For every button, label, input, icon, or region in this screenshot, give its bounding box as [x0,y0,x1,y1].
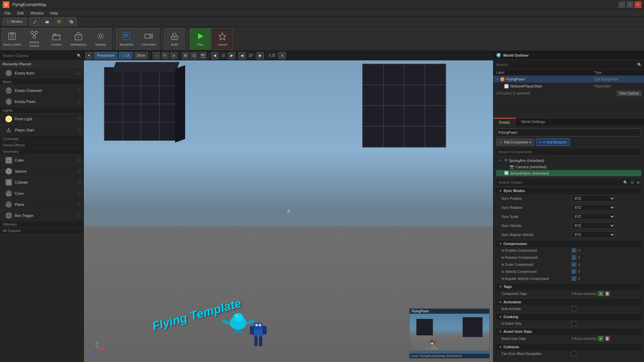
grid-increase-icon[interactable]: ▶ [228,52,235,59]
left-item-player-start[interactable]: Player Start ⓘ [0,125,84,136]
auto-activate-checkbox[interactable] [572,306,576,311]
angle-increase-icon[interactable]: ▶ [257,52,264,59]
tab-details[interactable]: Details [493,118,516,126]
left-item-cylinder[interactable]: Cylinder ⓘ [0,177,84,188]
details-grid-toggle[interactable]: ⊞ [635,180,641,185]
vp-world-icon[interactable]: ⊞ [182,52,189,59]
compression-header[interactable]: ▼ Compression [496,240,641,247]
search-classes-input[interactable] [0,51,75,60]
close-button[interactable]: ✕ [635,1,641,8]
vp-surface-icon[interactable]: ⊡ [191,52,198,59]
component-tags-add[interactable]: ＋ [598,291,603,296]
box-trigger-info[interactable]: ⓘ [77,213,81,218]
search-outliner-icon[interactable]: 🔍 [635,63,644,67]
search-outliner-input[interactable] [493,60,635,69]
cinematics-button[interactable]: Cinematics [138,28,159,50]
asset-user-data-add[interactable]: ＋ [598,336,603,341]
left-item-empty-actor[interactable]: Empty Actor ⓘ [0,68,84,79]
vp-rotate-icon[interactable]: ↻ [161,52,169,59]
search-components-input[interactable] [496,148,641,156]
left-item-empty-pawn[interactable]: Empty Pawn ⓘ [0,96,84,107]
rotation-compressed-checkbox[interactable] [572,255,576,260]
settings-button[interactable]: Settings [90,28,111,50]
section-all-classes[interactable]: All Classes [0,228,84,234]
sync-position-select[interactable]: XYZ [572,195,615,202]
vp-move-icon[interactable]: ↔ [153,52,160,59]
perspective-button[interactable]: Perspective [94,52,117,59]
scale-compressed-reset[interactable]: ↺ [578,263,580,266]
section-visual-effects[interactable]: Visual Effects [0,142,84,148]
mini-viewport[interactable]: FlyingPawn 🦅 -20.000000 Level: FlyingExa… [409,308,490,359]
vp-scale-icon[interactable]: ⇲ [170,52,177,59]
section-volumes[interactable]: Volumes [0,221,84,228]
modes-button[interactable]: ⬚ Modes [3,18,27,25]
editor-only-checkbox[interactable] [572,321,576,326]
empty-character-info[interactable]: ⓘ [77,88,81,93]
angle-decrease-icon[interactable]: ◀ [238,52,246,59]
save-current-button[interactable]: Save Current [1,28,23,50]
cooking-header[interactable]: ▼ Cooking [496,313,641,320]
can-affect-nav-checkbox[interactable] [572,351,576,356]
menu-window[interactable]: Window [27,10,47,16]
asset-user-data-header[interactable]: ▼ Asset User Data [496,328,641,335]
outliner-expand-icon[interactable]: ▼ [496,77,500,81]
search-details-icon[interactable]: 🔍 [622,180,629,185]
component-tags-del[interactable]: 🗑 [605,291,610,296]
source-control-button[interactable]: Source Control [23,28,45,50]
mode-btn-2[interactable]: 🏔 [42,17,52,26]
angular-velocity-compressed-checkbox[interactable] [572,276,576,281]
view-options-button[interactable]: View Options [617,91,641,96]
tab-world-settings[interactable]: World Settings [516,118,551,126]
empty-pawn-info[interactable]: ⓘ [77,99,81,104]
play-button[interactable]: Play [190,28,211,50]
actor-name-input[interactable] [496,128,641,136]
component-camera[interactable]: 📷 Camera (Inherited) [496,164,641,170]
minimize-button[interactable]: − [619,1,625,8]
launch-button[interactable]: Launch [212,28,233,50]
sync-angular-velocity-select[interactable]: XYZ [572,231,615,238]
mode-btn-4[interactable]: 🎭 [66,17,76,26]
left-item-sphere[interactable]: Sphere ⓘ [0,166,84,177]
rotation-compressed-reset[interactable]: ↺ [578,256,580,259]
menu-help[interactable]: Help [47,10,61,16]
left-item-cone[interactable]: Cone ⓘ [0,188,84,199]
blueprints-button[interactable]: Blueprints [116,28,137,50]
plane-info[interactable]: ⓘ [77,202,81,207]
cylinder-info[interactable]: ⓘ [77,180,81,185]
sync-rotation-select[interactable]: XYZ [572,204,615,211]
section-cinematic[interactable]: Cinematic [0,136,84,142]
left-item-box-trigger[interactable]: Box Trigger ⓘ [0,210,84,221]
activation-header[interactable]: ▼ Activation [496,298,641,305]
component-springarm[interactable]: ▼ ⚙ SpringArm (Inherited) [496,157,641,164]
lit-button[interactable]: ⬡ Lit [119,52,132,59]
sphere-info[interactable]: ⓘ [77,169,81,174]
player-start-info[interactable]: ⓘ [77,128,81,132]
angular-velocity-compressed-reset[interactable]: ↺ [578,277,580,281]
add-component-button[interactable]: ＋ Add Component ▾ [496,138,534,146]
content-button[interactable]: Content [46,28,67,50]
details-view-toggle[interactable]: ☰ [629,180,635,185]
component-smoothsync[interactable]: 🔄 SmoothSync (Inherited) [496,170,641,176]
vp-camera-icon[interactable]: 📷 [199,52,207,59]
left-item-empty-character[interactable]: Empty Character ⓘ [0,85,84,96]
mode-btn-1[interactable]: 🖊 [30,17,40,26]
left-item-plane[interactable]: Plane ⓘ [0,199,84,210]
edit-blueprint-button[interactable]: ✏ ✏ Edit Blueprint [536,138,570,146]
velocity-compressed-checkbox[interactable] [572,269,576,274]
scale-compressed-checkbox[interactable] [572,262,576,267]
search-classes-icon[interactable]: 🔍 [75,54,84,58]
outliner-item-networkplayerstart[interactable]: ⬜ NetworkPlayerStart PlayerStart [493,83,644,90]
maximize-button[interactable]: □ [627,1,633,8]
position-compressed-reset[interactable]: ↺ [578,249,580,252]
sync-velocity-select[interactable]: XYZ [572,222,615,229]
section-geometry[interactable]: Geometry [0,148,84,155]
sync-modes-header[interactable]: ▼ Sync Modes [496,187,641,194]
search-details-input[interactable] [496,179,622,186]
viewport[interactable]: Flying Template [84,60,493,362]
left-item-cube[interactable]: Cube ⓘ [0,155,84,166]
grid-decrease-icon[interactable]: ◀ [211,52,218,59]
sync-scale-select[interactable]: XYZ [572,213,615,220]
section-lights[interactable]: Lights [0,107,84,114]
springarm-expand[interactable]: ▼ [499,159,503,162]
cone-info[interactable]: ⓘ [77,191,81,196]
